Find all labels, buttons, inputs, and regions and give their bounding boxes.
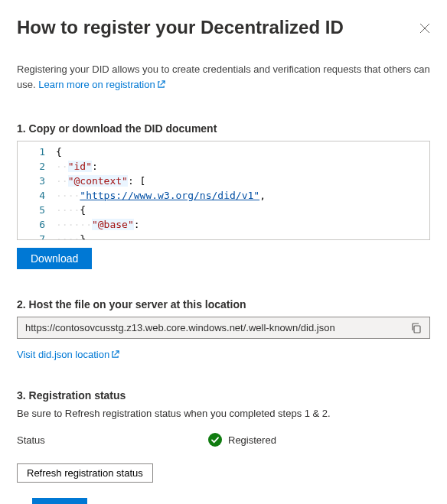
location-field: https://contosovcusstg.z13.web.core.wind… bbox=[17, 317, 430, 339]
learn-more-link[interactable]: Learn more on registration bbox=[38, 79, 165, 90]
success-check-icon bbox=[208, 433, 222, 447]
step3-heading: 3. Registration status bbox=[17, 389, 430, 402]
close-button[interactable]: Close bbox=[32, 498, 87, 504]
code-line: 3··"@context": [ bbox=[18, 174, 429, 188]
did-document-code[interactable]: 1{2··"id":3··"@context": [4····"https://… bbox=[17, 141, 430, 240]
step2-heading: 2. Host the file on your server at this … bbox=[17, 298, 430, 311]
svg-point-3 bbox=[208, 433, 222, 447]
code-line: 6······"@base": bbox=[18, 217, 429, 232]
code-line: 2··"id": bbox=[18, 159, 429, 174]
copy-icon[interactable] bbox=[411, 323, 422, 333]
location-value: https://contosovcusstg.z13.web.core.wind… bbox=[25, 322, 335, 333]
close-icon[interactable] bbox=[419, 23, 430, 34]
status-row: Status Registered bbox=[17, 433, 430, 447]
code-line: 5····{ bbox=[18, 203, 429, 217]
code-line: 1{ bbox=[18, 145, 429, 159]
visit-location-link[interactable]: Visit did.json location bbox=[17, 349, 119, 360]
step3-description: Be sure to Refresh registration status w… bbox=[17, 408, 430, 419]
external-link-icon bbox=[111, 350, 119, 359]
page-title: How to register your Decentralized ID bbox=[17, 17, 344, 38]
status-label: Status bbox=[17, 434, 208, 446]
svg-rect-2 bbox=[414, 326, 420, 333]
code-line: 4····"https://www.w3.org/ns/did/v1", bbox=[18, 188, 429, 203]
step1-heading: 1. Copy or download the DID document bbox=[17, 122, 430, 135]
refresh-status-button[interactable]: Refresh registration status bbox=[17, 463, 153, 483]
external-link-icon bbox=[157, 80, 165, 89]
intro-text: Registering your DID allows you to creat… bbox=[17, 62, 430, 92]
status-value: Registered bbox=[228, 434, 276, 446]
download-button[interactable]: Download bbox=[17, 248, 92, 269]
code-line: 7····} bbox=[18, 232, 429, 240]
